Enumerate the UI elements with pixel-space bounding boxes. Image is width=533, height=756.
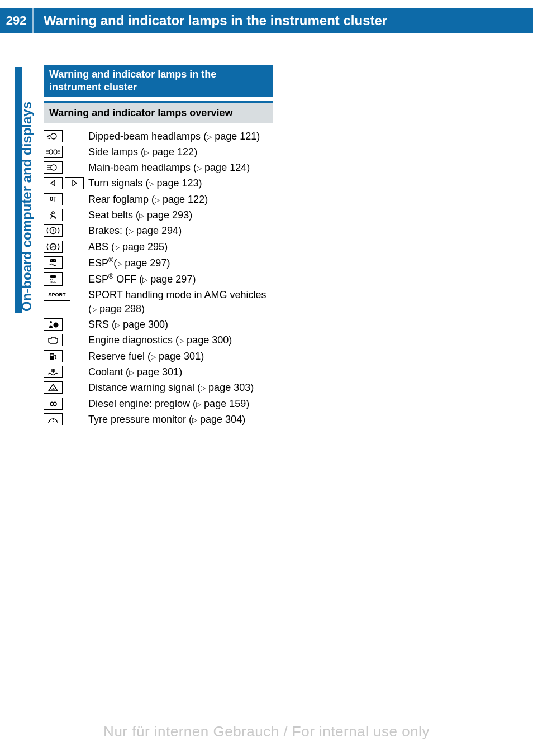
- esp-icon: [44, 256, 63, 269]
- page-header: 292 Warning and indicator lamps in the i…: [0, 8, 533, 33]
- lamp-row: ESP®(▷ page 297): [44, 256, 273, 270]
- lamp-icon-cell: OFF: [44, 272, 88, 286]
- lamp-icon-cell: [44, 413, 88, 425]
- svg-text:ABS: ABS: [50, 245, 56, 248]
- preglow-icon: ꝏ: [44, 398, 63, 410]
- lamp-icon-cell: [44, 365, 88, 378]
- lamp-row: 0‡Rear foglamp (▷ page 122): [44, 193, 273, 206]
- lamp-row: SRS (▷ page 300): [44, 318, 273, 331]
- chapter-tab-label: On-board computer and displays: [19, 102, 35, 312]
- section-title: Warning and indicator lamps in the instr…: [44, 65, 273, 97]
- content-column: Warning and indicator lamps in the instr…: [44, 65, 273, 428]
- lamp-description: Distance warning signal (▷ page 303): [88, 381, 273, 394]
- page-ref-number: 295: [147, 241, 164, 252]
- svg-rect-21: [51, 260, 52, 261]
- page-ref-number: 298: [125, 303, 141, 314]
- lamp-description: Seat belts (▷ page 293): [88, 208, 273, 222]
- page-reference: (▷ page 121): [201, 131, 260, 142]
- lamp-label: Main-beam headlamps: [88, 162, 191, 173]
- page-ref-number: 297: [150, 257, 166, 269]
- lamp-label: Side lamps: [88, 146, 138, 157]
- svg-point-24: [50, 321, 52, 323]
- rear-fog-icon: 0‡: [44, 193, 63, 205]
- lamp-icon-cell: [44, 176, 88, 189]
- lamp-row: Main-beam headlamps (▷ page 124): [44, 161, 273, 174]
- lamp-label: SPORT handling mode in AMG vehicles: [88, 289, 266, 300]
- page-reference: (▷ page 297): [113, 257, 170, 269]
- lamp-row: Reserve fuel (▷ page 301): [44, 350, 273, 363]
- lamp-label: Seat belts: [88, 209, 133, 221]
- lamp-description: Dipped-beam headlamps (▷ page 121): [88, 130, 273, 143]
- page-ref-number: 124: [230, 162, 246, 173]
- svg-point-33: [53, 388, 54, 389]
- side-lamps-icon: [44, 146, 63, 158]
- lamp-icon-cell: [44, 318, 88, 331]
- lamp-icon-cell: [44, 256, 88, 269]
- lamp-description: Turn signals (▷ page 123): [88, 176, 273, 190]
- page-ref-number: 301: [162, 366, 179, 377]
- lamp-description: Brakes: (▷ page 294): [88, 224, 273, 237]
- page-number: 292: [0, 8, 34, 33]
- lamp-label: ESP® OFF: [88, 274, 136, 285]
- lamp-label: Coolant: [88, 366, 123, 377]
- turn-right-icon: [65, 177, 84, 189]
- lamp-icon-cell: [44, 333, 88, 346]
- lamp-description: Diesel engine: preglow (▷ page 159): [88, 397, 273, 410]
- page-reference: (▷ page 304): [186, 414, 245, 425]
- lamp-description: SPORT handling mode in AMG vehicles (▷ p…: [88, 288, 273, 315]
- lamp-description: Side lamps (▷ page 122): [88, 145, 273, 159]
- lamp-icon-cell: ꝏ: [44, 397, 88, 410]
- lamp-label: Reserve fuel: [88, 351, 145, 362]
- page-reference: (▷ page 295): [108, 241, 168, 252]
- watermark: Nur für internen Gebrauch / For internal…: [0, 723, 533, 740]
- page-reference: (▷ page 297): [136, 274, 196, 285]
- lamp-row: Coolant (▷ page 301): [44, 365, 273, 379]
- lamp-icon-cell: ABS: [44, 240, 88, 253]
- tyre-icon: [44, 413, 63, 425]
- lamp-icon-cell: [44, 145, 88, 158]
- page-ref-number: 300: [148, 319, 165, 330]
- lamp-list: Dipped-beam headlamps (▷ page 121)Side l…: [44, 130, 273, 427]
- brakes-icon: !: [44, 224, 63, 237]
- svg-rect-20: [50, 259, 56, 262]
- svg-point-14: [52, 212, 54, 214]
- chapter-tab: On-board computer and displays: [0, 67, 22, 313]
- lamp-row: !Brakes: (▷ page 294): [44, 224, 273, 237]
- lamp-icon-cell: [44, 161, 88, 174]
- lamp-icon-cell: [44, 208, 88, 221]
- page-ref-number: 123: [182, 178, 198, 189]
- lamp-row: SPORTSPORT handling mode in AMG vehicles…: [44, 288, 273, 315]
- page-reference: (▷ page 303): [194, 382, 254, 393]
- svg-line-1: [47, 136, 50, 137]
- page-ref-number: 304: [225, 414, 242, 425]
- lamp-description: Rear foglamp (▷ page 122): [88, 193, 273, 206]
- page-reference: (▷ page 300): [109, 319, 168, 330]
- abs-icon: ABS: [44, 241, 63, 253]
- page-reference: (▷ page 301): [123, 366, 182, 377]
- engine-icon: [44, 334, 63, 346]
- lamp-row: Turn signals (▷ page 123): [44, 176, 273, 190]
- page-ref-number: 297: [175, 274, 192, 285]
- lamp-label: Engine diagnostics: [88, 334, 173, 346]
- distance-icon: [44, 381, 63, 394]
- lamp-icon-cell: 0‡: [44, 193, 88, 205]
- lamp-label: Distance warning signal: [88, 382, 194, 393]
- lamp-description: Reserve fuel (▷ page 301): [88, 350, 273, 363]
- page-reference: (▷ page 300): [173, 334, 232, 346]
- turn-left-icon: [44, 177, 63, 189]
- page-reference: (▷ page 124): [191, 162, 250, 173]
- lamp-description: Tyre pressure monitor (▷ page 304): [88, 413, 273, 426]
- lamp-description: SRS (▷ page 300): [88, 318, 273, 331]
- page-reference: (▷ page 123): [142, 178, 202, 189]
- lamp-label: Brakes:: [88, 225, 122, 236]
- page-ref-number: 300: [212, 334, 229, 346]
- lamp-label: Rear foglamp: [88, 194, 149, 205]
- page-reference: (▷ page 293): [133, 209, 192, 221]
- svg-point-38: [53, 421, 54, 422]
- lamp-icon-cell: SPORT: [44, 288, 88, 301]
- subsection-title: Warning and indicator lamps overview: [44, 101, 273, 123]
- sport-icon: SPORT: [44, 289, 70, 301]
- svg-point-25: [54, 323, 59, 328]
- lamp-label: Diesel engine: preglow: [88, 398, 190, 409]
- lamp-icon-cell: !: [44, 224, 88, 237]
